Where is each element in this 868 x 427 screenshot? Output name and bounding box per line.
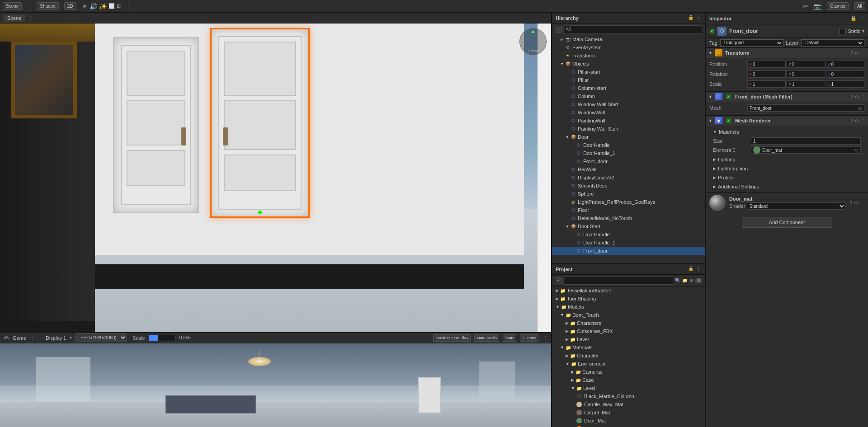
hierarchy-item-detailedmodel[interactable]: ⬡ DetailedModel_NoTouch [552,214,705,222]
scene-more-btn[interactable]: ⋮ [28,15,33,20]
fx-icon[interactable]: ✨ [99,3,107,10]
project-item-models[interactable]: ▼ 📁 Models [552,303,705,311]
hierarchy-item-paintingwall[interactable]: ⬡ PaintingWall [552,117,705,125]
hierarchy-item-main-camera[interactable]: ▶ 📷 Main Camera [552,35,705,43]
rot-z-field[interactable]: Z 0 [826,70,864,78]
pos-z-field[interactable]: Z 0 [826,61,864,68]
shading-btn[interactable]: Shaded [37,2,58,10]
gizmos-game-btn[interactable]: Gizmos [520,334,538,342]
project-item-level-env[interactable]: ▼ 📁 Level [552,384,705,392]
element-field[interactable]: Door_mat ◎ [751,146,861,154]
mesh-select-icon[interactable]: ◎ [858,106,862,111]
scale-z-field[interactable]: Z 1 [826,80,864,88]
resolution-select[interactable]: FHD (1920x1080) [75,333,127,342]
hierarchy-item-lightprobes[interactable]: ◎ LightProbes_ReflProbes_GodRays [552,198,705,206]
hierarchy-item-front_door-selected[interactable]: ⬡ Front_door [552,247,705,255]
mute-audio-btn[interactable]: Mute Audio [474,334,499,342]
mesh-renderer-settings-btn[interactable]: ⚙ [855,118,859,123]
static-checkbox-input[interactable] [840,28,846,34]
project-item-carpet[interactable]: Carpet_Mat [552,408,705,417]
gizmos-btn[interactable]: Gizmos [827,2,849,10]
rot-y-field[interactable]: Y 0 [787,70,825,78]
hierarchy-item-objects[interactable]: ▼ 📦 Objects [552,60,705,68]
hierarchy-item-securitydesk[interactable]: ⬡ SecurityDesk [552,182,705,190]
lighting-icon[interactable]: ☀ [82,3,88,10]
project-folder-icon[interactable]: 📁 [682,278,688,283]
hierarchy-item-front_door-1[interactable]: ⬡ Front_door [552,157,705,165]
project-item-cameras[interactable]: ▶ 📁 Cameras [552,368,705,376]
transform-menu-btn[interactable]: ⋮ [861,51,865,56]
mesh-filter-settings-btn[interactable]: ⚙ [855,94,859,99]
object-enabled-checkbox[interactable]: ✓ [709,28,715,34]
game-more-btn[interactable]: ⋮ [30,335,34,340]
project-item-cutscenes-fbx[interactable]: ▶ 📁 Cutscenes_FBX [552,327,705,335]
layer-select[interactable]: Default [801,39,864,47]
hierarchy-item-door[interactable]: ▼ 📦 Door [552,133,705,141]
material-settings-btn[interactable]: ⚙ [854,201,858,206]
hierarchy-item-floor[interactable]: ⬡ Floor [552,206,705,214]
hierarchy-item-eventsystem[interactable]: ⚙ EventSystem [552,43,705,52]
hierarchy-item-doorhandle-1[interactable]: ⬡ DoorHandle [552,141,705,149]
material-menu-btn[interactable]: ⋮ [860,201,864,206]
pos-y-field[interactable]: Y 0 [787,61,825,68]
play-icon[interactable]: ✂ [803,3,808,10]
inspector-menu-icon[interactable]: ⋮ [859,15,864,21]
additional-settings-row[interactable]: ▶ Additional Settings [709,182,864,191]
hierarchy-item-painting-wall-start[interactable]: ⬡ Painting Wall Start [552,125,705,133]
project-item-door-mat[interactable]: Door_Mat [552,417,705,425]
scale-slider[interactable] [149,335,176,341]
all-btn[interactable]: All [854,2,865,10]
project-item-black-marble[interactable]: Black_Marble_Column [552,392,705,400]
pos-x-field[interactable]: X 0 [747,61,786,68]
lightmapping-section-row[interactable]: ▶ Lightmapping [709,164,864,173]
probes-section-row[interactable]: ▶ Probes [709,173,864,182]
project-menu-icon[interactable]: ⋮ [696,266,701,272]
project-search-icon[interactable]: 🔍 [675,278,680,283]
scene-viewport[interactable]: Persp [0,23,551,332]
stats-btn[interactable]: Stats [503,334,517,342]
hierarchy-item-regwall[interactable]: ⬡ RegWall [552,165,705,174]
hierarchy-menu-icon[interactable]: ⋮ [696,15,701,21]
rot-x-field[interactable]: X 0 [747,70,786,78]
inspector-lock-icon[interactable]: 🔒 [850,15,857,21]
hierarchy-item-doorhandle_1-2[interactable]: ⬡ DoorHandle_1 [552,239,705,247]
maximize-on-play-btn[interactable]: Maximize On Play [433,334,471,342]
project-item-environment[interactable]: ▼ 📁 Environment [552,360,705,368]
game-tab[interactable]: Game [13,335,26,341]
hierarchy-item-pillar[interactable]: ⬡ Pillar [552,76,705,84]
mesh-filter-enabled[interactable]: ✓ [726,94,731,99]
hierarchy-item-column-start[interactable]: ⬡ Column-start [552,84,705,92]
material-info-btn[interactable]: ? [849,201,852,206]
hierarchy-add-btn[interactable]: + [555,26,561,33]
2d-btn[interactable]: 2D [64,2,76,10]
project-item-toonshading[interactable]: ▶ 📁 ToonShading [552,295,705,303]
project-item-tessellationshaders[interactable]: ▶ 📁 TessellationShaders [552,286,705,295]
mesh-renderer-info-btn[interactable]: ? [850,118,853,123]
project-item-flame[interactable]: Flame_Mat [552,425,705,427]
project-search[interactable] [563,277,673,285]
hierarchy-search[interactable] [563,25,702,33]
project-item-case[interactable]: ▶ 📁 Case [552,376,705,384]
mesh-value-field[interactable]: Front_door ◎ [747,104,864,112]
project-item-materials[interactable]: ▼ 📁 Materials [552,343,705,352]
hierarchy-item-doorhandle-2[interactable]: ⬡ DoorHandle [552,230,705,239]
door-right-selected[interactable] [210,28,310,218]
hierarchy-item-directional-light[interactable]: ☀ Transform [552,52,705,60]
project-item-level[interactable]: ▶ 📁 Level [552,335,705,343]
hierarchy-item-doorhandle_1-1[interactable]: ⬡ DoorHandle_1 [552,149,705,157]
hierarchy-item-window-wall-start[interactable]: ⬡ Window Wall Start [552,100,705,108]
project-settings-icon[interactable]: ⚙ [689,278,693,283]
game-settings-btn[interactable]: ⋮ [543,335,547,340]
hierarchy-item-column[interactable]: ⬡ Column [552,92,705,100]
project-lock-icon[interactable]: 🔒 [688,266,693,272]
project-add-btn[interactable]: + [555,277,561,284]
element-select-icon[interactable]: ◎ [854,148,859,153]
transform-settings-btn[interactable]: ⚙ [855,51,859,56]
project-content[interactable]: ▶ 📁 TessellationShaders ▶ 📁 ToonShading … [552,286,705,427]
mesh-filter-header[interactable]: ▼ ⬡ ✓ Front_door (Mesh Filter) ? ⚙ ⋮ [706,92,868,102]
transform-info-btn[interactable]: ? [850,51,853,56]
grid-icon[interactable]: ⊞ [117,3,121,9]
hierarchy-item-pillar-start[interactable]: ⬡ Pillar-start [552,68,705,76]
hierarchy-item-displaycasesv2[interactable]: ⬡ DisplayCasesV2 [552,174,705,182]
hierarchy-lock-icon[interactable]: 🔒 [688,15,693,21]
